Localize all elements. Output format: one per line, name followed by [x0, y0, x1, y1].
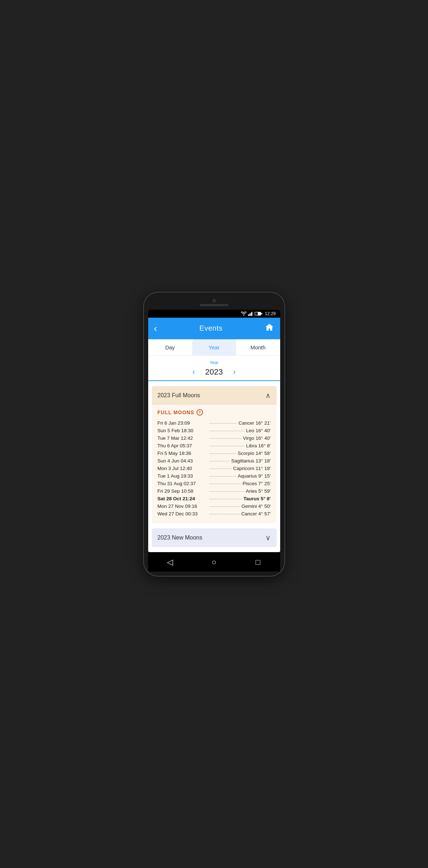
moon-event-date: Fri 5 May 18:36	[158, 451, 208, 456]
nav-recent-button[interactable]: □	[252, 556, 265, 569]
moon-event-sign: Sagittarius 13° 18'	[231, 458, 270, 464]
moon-event-date: Thu 6 Apr 05:37	[158, 443, 208, 448]
moon-event-date: Mon 3 Jul 12:40	[158, 466, 208, 471]
new-moons-section: 2023 New Moons ∨	[152, 528, 277, 547]
tab-year[interactable]: Year	[192, 339, 236, 355]
moon-event-sign: Cancer 4° 57'	[241, 511, 271, 516]
moon-event-date: Sun 5 Feb 18:30	[158, 428, 208, 433]
moon-event-dots	[209, 476, 237, 476]
moon-event-sign: Libra 16° 8'	[246, 443, 270, 448]
nav-home-button[interactable]: ○	[208, 556, 221, 569]
moon-event-sign: Capricorn 11° 18'	[233, 466, 270, 471]
moon-event-row: Sun 4 Jun 04:43Sagittarius 13° 18'	[158, 457, 271, 465]
new-moons-header[interactable]: 2023 New Moons ∨	[152, 528, 277, 547]
moon-event-date: Thu 31 Aug 02:37	[158, 481, 208, 486]
year-prev-button[interactable]: ‹	[190, 367, 198, 377]
moon-event-dots	[209, 469, 232, 469]
full-moons-title: 2023 Full Moons	[158, 392, 200, 399]
moon-event-dots	[209, 431, 245, 431]
moon-event-sign: Pisces 7° 25'	[243, 481, 271, 486]
moon-event-sign: Aquarius 9° 15'	[238, 473, 270, 479]
year-nav: Year ‹ 2023 ›	[148, 356, 280, 381]
tab-bar: Day Year Month	[148, 339, 280, 356]
full-moons-header[interactable]: 2023 Full Moons ∧	[152, 386, 277, 405]
year-nav-label: Year	[209, 360, 218, 365]
moon-event-date: Sun 4 Jun 04:43	[158, 458, 208, 464]
moon-event-sign: Leo 16° 40'	[246, 428, 270, 433]
moon-event-row: Tue 1 Aug 19:33Aquarius 9° 15'	[158, 472, 271, 480]
svg-rect-0	[248, 314, 249, 316]
moon-event-dots	[209, 506, 240, 507]
svg-rect-5	[255, 312, 258, 315]
moon-event-row: Thu 6 Apr 05:37Libra 16° 8'	[158, 442, 271, 449]
full-moons-section: 2023 Full Moons ∧ FULL MOONS ? Fri 6 Jan…	[152, 386, 277, 523]
clock: 12:29	[265, 311, 275, 316]
moon-events-list: Fri 6 Jan 23:09Cancer 16° 21'Sun 5 Feb 1…	[158, 419, 271, 518]
wifi-icon	[241, 312, 247, 316]
full-moons-chevron: ∧	[265, 391, 271, 400]
moon-event-date: Mon 27 Nov 09:16	[158, 504, 208, 509]
moon-event-row: Sat 28 Oct 21:24Taurus 5° 8'	[158, 495, 271, 502]
year-value: 2023	[205, 367, 223, 377]
tab-month[interactable]: Month	[236, 339, 280, 355]
battery-icon	[255, 312, 262, 316]
svg-rect-6	[261, 313, 262, 314]
moon-event-row: Mon 3 Jul 12:40Capricorn 11° 18'	[158, 465, 271, 472]
year-row: ‹ 2023 ›	[190, 367, 239, 377]
nav-back-button[interactable]: ◁	[164, 556, 177, 569]
moon-event-dots	[209, 453, 237, 454]
signal-icon	[248, 312, 253, 316]
moon-event-sign: Scorpio 14° 58'	[238, 451, 270, 456]
year-next-button[interactable]: ›	[230, 367, 238, 377]
back-button[interactable]: ‹	[154, 323, 157, 334]
svg-rect-1	[250, 313, 251, 316]
moon-event-row: Tue 7 Mar 12:42Virgo 16° 40'	[158, 434, 271, 442]
moon-event-row: Wed 27 Dec 00:33Cancer 4° 57'	[158, 510, 271, 518]
phone-camera	[212, 299, 216, 303]
svg-rect-3	[252, 312, 253, 316]
app-bar: ‹ Events	[148, 318, 280, 339]
home-button[interactable]	[265, 323, 274, 334]
moon-event-date: Tue 7 Mar 12:42	[158, 435, 208, 441]
moon-event-date: Sat 28 Oct 21:24	[158, 496, 208, 501]
moon-event-dots	[209, 461, 230, 461]
moon-event-sign: Aries 5° 59'	[246, 488, 271, 494]
moon-event-sign: Cancer 16° 21'	[238, 420, 270, 426]
moon-event-date: Fri 6 Jan 23:09	[158, 420, 208, 426]
app-title: Events	[199, 324, 222, 332]
svg-rect-2	[251, 312, 252, 316]
full-moons-body: FULL MOONS ? Fri 6 Jan 23:09Cancer 16° 2…	[152, 405, 277, 523]
new-moons-chevron: ∨	[265, 533, 271, 542]
home-icon	[265, 323, 274, 332]
moon-event-dots	[209, 499, 242, 499]
screen: 12:29 ‹ Events Day Year Month	[148, 310, 280, 552]
status-icons	[241, 312, 262, 316]
moon-event-dots	[209, 514, 240, 514]
new-moons-title: 2023 New Moons	[158, 534, 203, 541]
moon-event-row: Fri 6 Jan 23:09Cancer 16° 21'	[158, 419, 271, 427]
moon-event-sign: Taurus 5° 8'	[243, 496, 270, 501]
moon-event-date: Fri 29 Sep 10:58	[158, 488, 208, 494]
moon-event-dots	[209, 446, 245, 446]
moon-event-dots	[209, 423, 237, 424]
moon-event-row: Fri 5 May 18:36Scorpio 14° 58'	[158, 449, 271, 457]
nav-bar: ◁ ○ □	[148, 552, 280, 572]
moon-event-dots	[209, 484, 241, 484]
phone-frame: 12:29 ‹ Events Day Year Month	[144, 292, 284, 576]
moon-event-date: Wed 27 Dec 00:33	[158, 511, 208, 516]
tab-day[interactable]: Day	[148, 339, 192, 355]
full-moons-help-icon[interactable]: ?	[197, 409, 203, 416]
full-moons-subtitle: FULL MOONS ?	[158, 409, 271, 416]
status-bar: 12:29	[148, 310, 280, 318]
moon-event-dots	[209, 438, 242, 439]
moon-event-sign: Virgo 16° 40'	[243, 435, 271, 441]
phone-speaker	[200, 304, 229, 306]
moon-event-row: Sun 5 Feb 18:30Leo 16° 40'	[158, 427, 271, 434]
moon-event-row: Thu 31 Aug 02:37Pisces 7° 25'	[158, 480, 271, 487]
moon-event-row: Fri 29 Sep 10:58Aries 5° 59'	[158, 487, 271, 495]
moon-event-date: Tue 1 Aug 19:33	[158, 473, 208, 479]
moon-event-row: Mon 27 Nov 09:16Gemini 4° 50'	[158, 502, 271, 510]
moon-event-dots	[209, 491, 244, 492]
moon-event-sign: Gemini 4° 50'	[242, 504, 271, 509]
